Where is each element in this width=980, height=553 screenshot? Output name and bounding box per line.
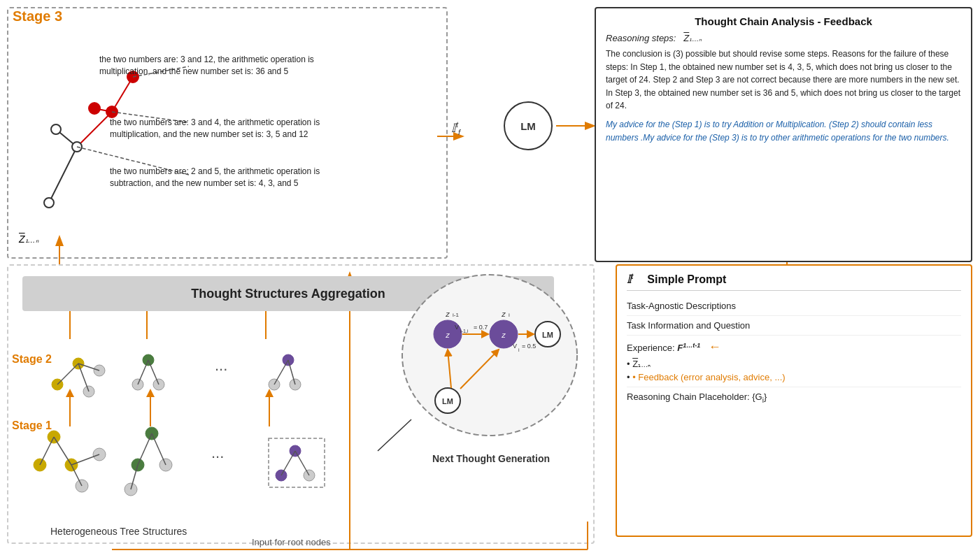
svg-text:= 0.7: = 0.7 (474, 324, 488, 331)
feedback-title: Thought Chain Analysis - Feedback (606, 15, 961, 27)
svg-line-38 (78, 364, 89, 392)
svg-line-72 (295, 451, 309, 475)
svg-text:LM: LM (542, 331, 553, 339)
svg-line-56 (54, 437, 71, 465)
svg-line-49 (274, 360, 288, 385)
svg-text:i: i (509, 312, 510, 318)
svg-text:i-1,i: i-1,i (460, 329, 469, 333)
svg-text:...: ... (215, 357, 227, 374)
svg-line-71 (281, 451, 295, 475)
bullet-zbar: • Z₁…ₙ (627, 359, 961, 369)
svg-line-57 (40, 437, 54, 465)
simple-prompt-header: 𝕀t Simple Prompt (627, 273, 961, 291)
simple-prompt-symbol: 𝕀t (627, 273, 633, 286)
top-left-dashed-box: the two numbers are: 3 and 12, the arith… (7, 7, 448, 259)
feedback-subtitle: Reasoning steps: Z₁…ₙ (606, 33, 961, 43)
experience-symbol: F1…t-1 (677, 343, 700, 353)
simple-prompt-section4: Reasoning Chain Placeholder: {Gi} (627, 387, 961, 408)
svg-text:z: z (445, 310, 450, 318)
thought-text-3: the two numbers are: 2 and 5, the arithm… (110, 166, 365, 189)
if-symbol: 𝕀tf (451, 120, 460, 136)
next-thought-svg: z z LM LM z i-1 z i V i-1,i = 0.7 V i = … (395, 271, 584, 453)
svg-line-59 (71, 454, 99, 465)
thought-text-2: the two numbers are: 3 and 4, the arithm… (110, 117, 365, 141)
svg-text:z: z (445, 331, 450, 339)
feedback-text: The conclusion is (3) possible but shoul… (606, 48, 961, 144)
simple-prompt-title: Simple Prompt (647, 273, 726, 286)
svg-point-74 (402, 275, 577, 436)
svg-line-44 (148, 360, 159, 385)
svg-text:z: z (501, 331, 506, 339)
svg-text:= 0.5: = 0.5 (522, 343, 536, 350)
input-label: Input for root nodes (252, 537, 331, 547)
feedback-box: Thought Chain Analysis - Feedback Reason… (595, 7, 972, 262)
svg-text:V: V (513, 343, 517, 350)
back-arrow-icon: ← (709, 340, 721, 354)
lm-circle-top: LM (504, 101, 553, 150)
simple-prompt-box: 𝕀t Simple Prompt Task-Agnostic Descripti… (616, 264, 972, 537)
svg-line-64 (138, 433, 152, 465)
simple-prompt-section1: Task-Agnostic Descriptions (627, 296, 961, 316)
z-bar-label: Z₁…ₙ (19, 234, 38, 245)
stage1-trees: ... (22, 395, 428, 507)
next-thought-label: Next Thought Generation (414, 453, 568, 464)
hetero-label: Heterogeneous Tree Structures (50, 526, 187, 537)
svg-text:...: ... (211, 444, 224, 461)
svg-line-43 (138, 360, 148, 385)
svg-line-65 (152, 433, 166, 465)
bullet-feedback: • • Feedback (error analysis, advice, ..… (627, 372, 961, 382)
svg-text:LM: LM (442, 397, 453, 405)
simple-prompt-section2: Task Information and Question (627, 316, 961, 336)
svg-line-37 (57, 364, 78, 385)
svg-text:z: z (501, 310, 506, 318)
svg-text:V: V (455, 324, 459, 331)
thought-text-1: the two numbers are: 3 and 12, the arith… (99, 54, 365, 78)
simple-prompt-section3: Experience: F1…t-1 ← • Z₁…ₙ • • Feedback… (627, 336, 961, 387)
svg-text:i-1: i-1 (453, 312, 459, 318)
